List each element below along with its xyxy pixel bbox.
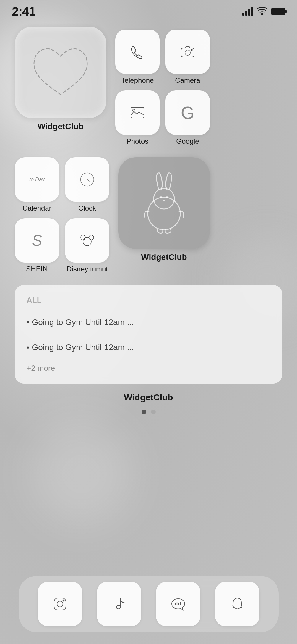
calendar-event-1: • Going to Gym Until 12am ... [27,313,270,331]
middle-apps-grid: to Day Calendar Clock [15,157,109,273]
svg-point-0 [262,13,263,15]
widgetclub-bunny-label: WidgetClub [141,253,187,262]
signal-icon [242,7,253,16]
calendar-app[interactable]: to Day Calendar [15,157,59,212]
page-dots [15,410,282,414]
dot-active [142,410,146,414]
top-section: WidgetClub Telephone [15,27,282,145]
disney-svg [79,232,95,249]
status-time: 2:41 [12,4,35,19]
widgetclub-big-widget[interactable]: WidgetClub [15,27,106,131]
disney-label: Disney tumut [66,265,108,273]
calendar-icon: to Day [15,157,59,202]
telephone-app[interactable]: Telephone [115,30,160,85]
clock-svg [79,171,95,188]
photos-icon [115,90,160,135]
line-svg [170,596,186,612]
snapchat-svg [229,596,246,612]
middle-section: to Day Calendar Clock [15,157,282,273]
calendar-today-text: to Day [29,177,45,183]
camera-app[interactable]: Camera [165,30,210,85]
clock-app[interactable]: Clock [65,157,109,212]
calendar-label: Calendar [22,204,51,212]
battery-icon [271,8,285,15]
svg-point-2 [185,50,190,55]
shein-label: SHEIN [26,265,48,273]
clock-label: Clock [78,204,96,212]
clock-icon [65,157,109,202]
widgetclub-footer-label: WidgetClub [15,392,282,402]
photos-svg [129,104,146,121]
svg-point-12 [148,197,180,230]
widgetclub-icon [15,27,106,118]
calendar-divider-1 [27,310,270,310]
widgetclub-bunny-widget[interactable]: WidgetClub [118,157,210,262]
svg-point-14 [160,196,162,198]
instagram-dock-icon[interactable] [38,582,82,626]
calendar-divider-3 [27,360,270,360]
main-content: WidgetClub Telephone [0,21,297,414]
tiktok-dock-icon[interactable] [97,582,141,626]
photos-app[interactable]: Photos [115,90,160,145]
camera-icon [165,30,210,74]
line-dock-icon[interactable] [156,582,200,626]
google-app[interactable]: G Google [165,90,210,145]
google-icon: G [165,90,210,135]
telephone-icon [115,30,160,74]
calendar-divider-2 [27,335,270,335]
svg-point-15 [166,196,168,198]
disney-icon [65,218,109,263]
telephone-label: Telephone [121,76,154,85]
instagram-svg [52,596,68,612]
calendar-more: +2 more [27,364,270,373]
camera-label: Camera [175,76,200,85]
svg-point-17 [57,601,63,607]
svg-point-10 [81,235,85,240]
shein-app[interactable]: S SHEIN [15,218,59,273]
photos-label: Photos [126,137,149,145]
disney-app[interactable]: Disney tumut [65,218,109,273]
calendar-event-2: • Going to Gym Until 12am ... [27,339,270,356]
svg-point-3 [191,49,192,51]
dock [19,576,279,632]
calendar-widget[interactable]: ALL • Going to Gym Until 12am ... • Goin… [15,285,282,384]
svg-line-8 [87,179,90,182]
widgetclub-big-label: WidgetClub [38,122,83,131]
snapchat-dock-icon[interactable] [215,582,259,626]
wifi-icon [257,6,267,17]
top-apps-grid: Telephone Camera [115,30,210,145]
status-icons [242,6,285,17]
tiktok-svg [111,596,127,612]
calendar-inner: to Day [29,177,45,183]
google-label: Google [176,137,199,145]
shein-letter: S [32,232,42,249]
dot-inactive [151,410,156,414]
google-letter: G [181,103,195,123]
calendar-section-label: ALL [27,296,270,305]
status-bar: 2:41 [0,0,297,21]
svg-point-18 [63,600,64,601]
svg-point-9 [83,237,91,246]
shein-icon: S [15,218,59,263]
heart-svg [31,44,90,101]
bunny-svg [132,171,197,236]
bunny-icon [118,157,210,249]
camera-svg [179,43,196,60]
svg-point-11 [89,235,94,240]
phone-svg [129,43,146,60]
